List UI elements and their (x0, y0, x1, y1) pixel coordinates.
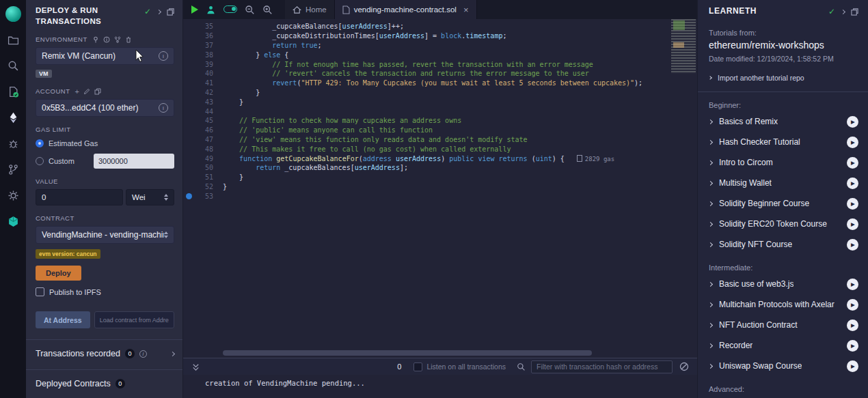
run-script-button[interactable] (191, 5, 198, 14)
custom-gas-input[interactable] (94, 154, 174, 169)
copy-icon[interactable] (94, 88, 101, 95)
tutorial-item[interactable]: Basic use of web3.js▶ (709, 274, 858, 294)
play-tutorial-button[interactable]: ▶ (847, 319, 858, 331)
play-tutorial-button[interactable]: ▶ (847, 299, 858, 311)
code-line[interactable]: 50 return _cupcakeBalances[userAddress]; (183, 163, 667, 173)
tutorial-item[interactable]: Solidity Beginner Course▶ (709, 193, 858, 214)
chevron-right-icon[interactable] (170, 351, 175, 356)
zoom-out-button[interactable] (245, 5, 255, 15)
fork-icon[interactable] (114, 36, 121, 43)
code-line[interactable]: 45 // Function to check how many cupcake… (183, 116, 667, 126)
chevron-right-icon[interactable] (841, 9, 845, 14)
listen-all-transactions-checkbox[interactable]: Listen on all transactions (413, 363, 506, 371)
clear-console-icon[interactable] (679, 362, 689, 371)
tutorial-item[interactable]: Uniswap Swap Course▶ (709, 356, 858, 376)
transactions-recorded-section[interactable]: Transactions recorded 0 i (36, 340, 174, 358)
import-tutorial-repo[interactable]: Import another tutorial repo (709, 74, 858, 82)
code-line[interactable]: 43 } (183, 97, 667, 106)
copilot-toggle[interactable] (223, 3, 237, 16)
play-tutorial-button[interactable]: ▶ (847, 137, 858, 148)
tutorial-item[interactable]: All about Proxy Contracts▶ (709, 395, 858, 398)
deployed-contracts-section[interactable]: Deployed Contracts 0 (36, 370, 174, 388)
code-line[interactable]: 48 // This makes it free to call (no gas… (183, 144, 667, 154)
code-line[interactable]: 52} (183, 182, 667, 192)
code-line[interactable]: 35 _cupcakeBalances[userAddress]++; (183, 22, 667, 31)
tab-home[interactable]: Home (285, 0, 335, 19)
tutorial-item[interactable]: Basics of Remix▶ (709, 111, 858, 132)
publish-ipfs-checkbox[interactable]: Publish to IPFS (36, 287, 174, 296)
play-tutorial-button[interactable]: ▶ (847, 360, 858, 372)
toggle-terminal-icon[interactable] (191, 363, 200, 371)
code-line[interactable]: 49 function getCupcakeBalanceFor(address… (183, 154, 667, 163)
info-icon[interactable]: i (139, 350, 147, 358)
play-tutorial-button[interactable]: ▶ (847, 279, 858, 290)
estimated-gas-option[interactable]: Estimated Gas (36, 139, 174, 147)
code-line[interactable]: 36 _cupcakeDistributionTimes[userAddress… (183, 31, 667, 41)
sidebar-item-settings[interactable] (3, 186, 23, 204)
pin-icon[interactable] (92, 36, 99, 43)
code-line[interactable]: 42 } (183, 88, 667, 98)
contract-select[interactable]: VendingMachine - vending-machin (36, 226, 174, 244)
at-address-input[interactable] (94, 311, 174, 328)
account-menu-icon[interactable]: i (159, 103, 168, 113)
play-tutorial-button[interactable]: ▶ (847, 198, 858, 210)
info-icon[interactable] (103, 36, 110, 43)
minimap[interactable] (671, 19, 696, 74)
code-line[interactable]: 53 (183, 191, 667, 201)
sidebar-item-debugger[interactable] (3, 134, 23, 152)
chevron-right-icon (708, 363, 713, 368)
code-line[interactable]: 37 return true; (183, 41, 667, 51)
remix-logo[interactable] (3, 5, 23, 23)
line-number: 39 (194, 61, 213, 68)
sidebar-item-learneth[interactable] (3, 212, 23, 230)
code-line[interactable]: 47 // 'view' means this function only re… (183, 135, 667, 145)
terminal-filter-input[interactable] (531, 360, 673, 373)
at-address-button[interactable]: At Address (36, 311, 90, 328)
tutorial-item[interactable]: Multisig Wallet▶ (709, 173, 858, 193)
chevron-right-icon[interactable] (157, 9, 161, 14)
tutorial-item[interactable]: Solidity NFT Course▶ (709, 234, 858, 255)
popout-icon[interactable] (167, 8, 174, 16)
account-select[interactable]: 0x5B3...eddC4 (100 ether) i (36, 99, 174, 117)
add-account-icon[interactable]: + (74, 89, 79, 94)
environment-select[interactable]: Remix VM (Cancun) i (36, 47, 174, 65)
tutorial-item[interactable]: Recorder▶ (709, 335, 858, 356)
code-line[interactable]: 40 // 'revert' cancels the transaction a… (183, 69, 667, 79)
tutorial-item[interactable]: Multichain Protocols with Axelar▶ (709, 294, 858, 315)
play-tutorial-button[interactable]: ▶ (847, 340, 858, 352)
code-line[interactable]: 46 // 'public' means anyone can call thi… (183, 126, 667, 135)
code-editor[interactable]: 35 _cupcakeBalances[userAddress]++;36 _c… (183, 19, 697, 358)
code-line[interactable]: 38 } else { (183, 50, 667, 59)
edit-icon[interactable] (83, 88, 90, 95)
play-tutorial-button[interactable]: ▶ (847, 239, 858, 251)
sidebar-item-deploy-and-run[interactable] (3, 109, 23, 126)
tutorial-item[interactable]: Intro to Circom▶ (709, 152, 858, 173)
value-unit-select[interactable]: Wei (126, 189, 174, 205)
horizontal-scrollbar[interactable] (223, 350, 592, 356)
close-tab-icon[interactable]: × (463, 5, 469, 15)
tutorial-item[interactable]: Solidity ERC20 Token Course▶ (709, 214, 858, 234)
deploy-button[interactable]: Deploy (36, 266, 81, 281)
code-line[interactable]: 39 // If not enough time has passed, rev… (183, 59, 667, 69)
tab-vending-machine-contract[interactable]: vending-machine-contract.sol × (335, 0, 477, 19)
sidebar-item-git[interactable] (3, 160, 23, 178)
code-line[interactable]: 51 } (183, 173, 667, 182)
code-line[interactable]: 44 (183, 106, 667, 116)
value-input[interactable] (36, 189, 123, 205)
sidebar-item-search[interactable] (3, 57, 23, 74)
play-tutorial-button[interactable]: ▶ (847, 116, 858, 128)
sidebar-item-file-explorer[interactable] (3, 31, 23, 48)
play-tutorial-button[interactable]: ▶ (847, 157, 858, 169)
zoom-in-button[interactable] (262, 5, 273, 15)
sidebar-item-solidity-compiler[interactable] (3, 83, 23, 100)
play-tutorial-button[interactable]: ▶ (847, 218, 858, 230)
play-tutorial-button[interactable]: ▶ (847, 177, 858, 189)
custom-gas-option[interactable]: Custom (36, 154, 174, 169)
ai-assistant-icon[interactable] (206, 5, 216, 15)
popout-icon[interactable] (851, 8, 858, 16)
environment-info-icon[interactable]: i (159, 51, 168, 61)
tutorial-item[interactable]: Hash Checker Tutorial▶ (709, 132, 858, 152)
tutorial-item[interactable]: NFT Auction Contract▶ (709, 315, 858, 335)
code-line[interactable]: 41 revert("HTTP 429: Too Many Cupcakes (… (183, 79, 667, 88)
trash-icon[interactable] (125, 36, 132, 43)
